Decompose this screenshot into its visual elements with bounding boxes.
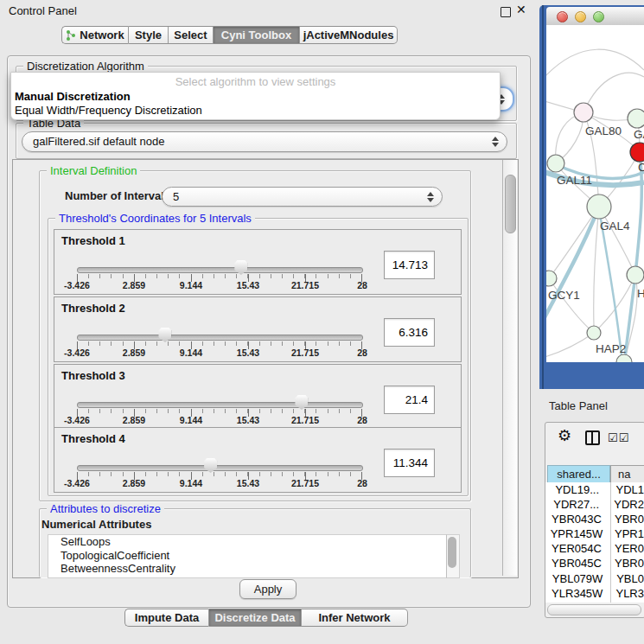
tab-infer-network-label: Infer Network [318,609,390,627]
network-canvas[interactable]: GAL80 GA C GAL11 GAL4 GCY1 H HAP2 [546,25,644,362]
table-row[interactable]: YIL052CYIL0 [545,601,644,603]
popup-item-equal-width-frequency[interactable]: Equal Width/Frequency Discretization [15,104,202,117]
list-item[interactable]: TopologicalCoefficient [48,549,447,563]
network-window[interactable]: GAL80 GA C GAL11 GAL4 GCY1 H HAP2 [539,5,644,389]
node-label: GAL80 [585,124,622,137]
node-label: GAL4 [600,220,630,233]
cell-shared-name[interactable]: YDR27... [545,497,607,512]
table-row[interactable]: YBR045CYBR0 [545,556,644,571]
popup-prompt-item[interactable]: Select algorithm to view settings [11,75,500,88]
cell-shared-name[interactable]: YPR145W [545,526,608,541]
attributes-list-scrollbar-thumb[interactable] [448,537,456,568]
tab-select[interactable]: Select [169,26,214,44]
column-header-name[interactable]: na [610,465,644,483]
threshold-4-panel: Threshold 4 -3.4262.8599.14415.4321.7152… [54,427,462,493]
node-partial-bottom[interactable] [616,354,632,362]
cell-name[interactable]: YLR3 [609,586,644,601]
cell-name[interactable]: YBL0 [609,571,644,586]
table-row[interactable]: YLR345WYLR3 [545,586,644,601]
algorithm-popup: Select algorithm to view settings Manual… [10,72,501,120]
tab-jactivemnodules-label: jActiveMNodules [303,26,394,44]
node-label: HAP2 [596,342,626,355]
node-ga[interactable] [628,109,644,128]
table-row[interactable]: YER054CYER0 [545,541,644,556]
cell-name[interactable]: YDR2 [607,497,644,512]
table-row[interactable]: YDL19...YDL1 [545,482,644,497]
tab-cyni-toolbox-label: Cyni Toolbox [221,26,291,44]
num-intervals-combobox[interactable]: 5 [162,187,443,207]
slider-track[interactable] [77,335,363,341]
float-window-icon[interactable] [501,7,511,17]
cell-shared-name[interactable]: YIL052C [545,601,610,603]
tab-jactivemnodules[interactable]: jActiveMNodules [300,26,398,44]
threshold-value-input[interactable]: 6.316 [384,318,435,347]
tab-discretize-data[interactable]: Discretize Data [209,609,302,627]
cell-shared-name[interactable]: YBR045C [545,556,608,571]
threshold-value-input[interactable]: 14.713 [384,251,435,279]
list-item[interactable]: BetweennessCentrality [48,562,447,576]
cell-shared-name[interactable]: YLR345W [545,586,609,601]
combobox-arrows-icon [492,137,499,147]
select-columns-icons[interactable]: ☑☑ [608,431,629,444]
cell-shared-name[interactable]: YDL19... [545,482,609,497]
threshold-value-input[interactable]: 21.4 [384,386,435,414]
node-hap2[interactable] [587,326,601,340]
table-row[interactable]: YBR043CYBR0 [545,512,644,526]
threshold-3-panel: Threshold 3 -3.4262.8599.14415.4321.7152… [54,364,462,430]
split-panel-icon[interactable] [585,430,600,445]
table-row[interactable]: YBL079WYBL0 [545,571,644,586]
threshold-label: Threshold 1 [61,234,125,247]
threshold-value-input[interactable]: 11.344 [384,449,435,477]
node-gal11[interactable] [547,155,564,172]
threshold-label: Threshold 2 [61,302,125,315]
node-gcy1[interactable] [546,271,557,286]
table-row[interactable]: YPR145WYPR1 [545,526,644,541]
tab-cyni-toolbox[interactable]: Cyni Toolbox [214,26,300,44]
gear-icon[interactable]: ⚙ [558,428,571,443]
slider-track[interactable] [77,465,363,471]
cell-name[interactable]: YDL1 [609,482,644,497]
node-label: GCY1 [548,289,580,302]
close-icon[interactable]: ✕ [516,3,526,16]
tab-impute-data[interactable]: Impute Data [124,609,209,627]
threshold-2-panel: Threshold 2 -3.4262.8599.14415.4321.7152… [54,296,462,362]
window-frame-edge [542,5,544,389]
cell-name[interactable]: YBR0 [608,512,644,526]
node-gal4[interactable] [587,194,611,219]
popup-item-manual-discretization[interactable]: Manual Discretization [15,90,131,103]
node-gal80[interactable] [574,103,593,122]
cell-name[interactable]: YBR0 [608,556,644,571]
cell-name[interactable]: YER0 [608,541,644,556]
slider-track[interactable] [77,267,363,273]
panel-title: Control Panel [9,4,77,17]
slider-track[interactable] [77,402,363,408]
interval-definition-group-title: Interval Definition [47,164,140,177]
cell-shared-name[interactable]: YBR043C [545,512,608,526]
bottom-tab-bar: Impute Data Discretize Data Infer Networ… [124,609,408,627]
close-traffic-light[interactable] [557,11,568,22]
network-window-titlebar[interactable] [546,7,644,26]
zoom-traffic-light[interactable] [593,11,604,22]
cell-name[interactable]: YPR1 [608,526,644,541]
tab-infer-network[interactable]: Infer Network [302,609,408,627]
node-h[interactable] [627,266,644,284]
cell-shared-name[interactable]: YER054C [545,541,608,556]
cell-shared-name[interactable]: YBL079W [545,571,609,586]
list-item[interactable]: SelfLoops [48,535,447,549]
node-label: H [637,287,644,300]
apply-button[interactable]: Apply [239,579,296,599]
cell-name[interactable]: YIL0 [610,601,641,603]
column-divider [610,482,611,603]
app-root: { "titlebar": { "title": "Control Panel"… [0,0,644,644]
minimize-traffic-light[interactable] [575,11,586,22]
tab-style[interactable]: Style [129,26,169,44]
horizontal-scrollbar[interactable] [547,604,641,615]
node-red-selected[interactable] [630,143,644,162]
tab-style-label: Style [135,26,162,44]
table-row[interactable]: YDR27...YDR2 [545,497,644,512]
table-data-combobox[interactable]: galFiltered.sif default node [22,131,507,152]
column-header-shared-name[interactable]: shared... [547,465,610,483]
table-rows: YDL19...YDL1 YDR27...YDR2 YBR043CYBR0 YP… [545,482,644,603]
vertical-scrollbar-thumb[interactable] [505,175,516,233]
tab-network[interactable]: Network [61,26,129,44]
